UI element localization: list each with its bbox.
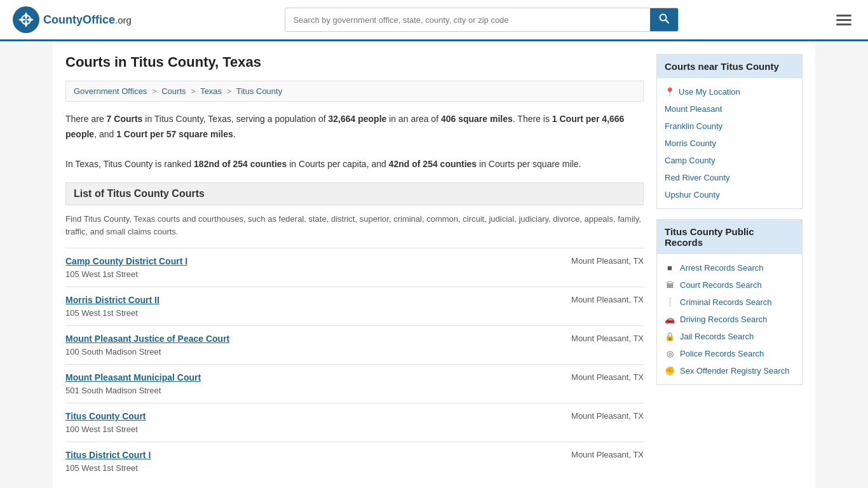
sidebar: Courts near Titus County 📍 Use My Locati… — [656, 54, 803, 480]
court-address: 100 South Madison Street — [65, 347, 161, 356]
nearby-courts-body: 📍 Use My Location Mount Pleasant Frankli… — [657, 78, 802, 208]
breadcrumb-sep-2: > — [191, 86, 196, 96]
search-button[interactable] — [650, 8, 678, 31]
page-container: Courts in Titus County, Texas Government… — [53, 41, 815, 488]
logo-icon — [13, 6, 39, 33]
table-row: Titus District Court I 105 West 1st Stre… — [65, 442, 644, 480]
court-address: 105 West 1st Street — [65, 463, 138, 473]
court-location: Mount Pleasant, TX — [571, 450, 644, 459]
breadcrumb-sep-1: > — [152, 86, 157, 96]
table-row: Mount Pleasant Justice of Peace Court 10… — [65, 325, 644, 364]
sidebar-link-franklin-county[interactable]: Franklin County — [657, 118, 802, 135]
nearby-courts-section: Courts near Titus County 📍 Use My Locati… — [656, 54, 803, 209]
svg-line-3 — [666, 20, 669, 24]
menu-bar-3 — [836, 24, 851, 25]
court-details: Titus County Court 100 West 1st Street — [65, 411, 146, 434]
location-pin-icon: 📍 — [665, 87, 675, 97]
public-records-header: Titus County Public Records — [657, 220, 802, 254]
table-row: Titus County Court 100 West 1st Street M… — [65, 403, 644, 442]
court-details: Mount Pleasant Justice of Peace Court 10… — [65, 334, 229, 356]
driving-records-label: Driving Records Search — [680, 315, 767, 324]
menu-bar-1 — [836, 15, 851, 17]
court-address: 100 West 1st Street — [65, 424, 138, 434]
court-name-link[interactable]: Mount Pleasant Justice of Peace Court — [65, 334, 229, 344]
logo-text: CountyOffice.org — [43, 13, 132, 27]
main-content: Courts in Titus County, Texas Government… — [65, 54, 644, 480]
sex-offender-icon: ✊ — [665, 366, 675, 376]
use-location-label: Use My Location — [679, 87, 740, 97]
nearby-courts-header: Courts near Titus County — [657, 55, 802, 78]
list-heading: List of Titus County Courts — [65, 182, 644, 205]
sidebar-link-morris-county[interactable]: Morris County — [657, 135, 802, 152]
breadcrumb-link-county[interactable]: Titus County — [236, 86, 283, 96]
driving-records-link[interactable]: 🚗 Driving Records Search — [657, 311, 802, 328]
driving-icon: 🚗 — [665, 315, 675, 324]
court-location: Mount Pleasant, TX — [571, 295, 644, 304]
court-details: Mount Pleasant Municipal Court 501 South… — [65, 372, 201, 395]
arrest-records-label: Arrest Records Search — [680, 263, 764, 273]
logo-org: .org — [115, 15, 132, 25]
criminal-records-link[interactable]: ❕ Criminal Records Search — [657, 294, 802, 311]
court-address: 105 West 1st Street — [65, 308, 138, 318]
court-name-link[interactable]: Titus County Court — [65, 411, 146, 421]
public-records-section: Titus County Public Records ■ Arrest Rec… — [656, 219, 803, 385]
menu-bar-2 — [836, 19, 851, 21]
court-name-link[interactable]: Titus District Court I — [65, 450, 151, 460]
sidebar-link-camp-county[interactable]: Camp County — [657, 152, 802, 169]
jail-records-label: Jail Records Search — [680, 332, 754, 341]
police-records-link[interactable]: ◎ Police Records Search — [657, 345, 802, 362]
arrest-icon: ■ — [665, 263, 675, 273]
court-records-link[interactable]: 🏛 Court Records Search — [657, 276, 802, 294]
breadcrumb: Government Offices > Courts > Texas > Ti… — [65, 81, 644, 102]
search-area — [285, 8, 679, 32]
criminal-icon: ❕ — [665, 297, 675, 307]
breadcrumb-link-courts[interactable]: Courts — [161, 86, 186, 96]
court-address: 501 South Madison Street — [65, 386, 161, 395]
jail-icon: 🔒 — [665, 332, 675, 341]
court-details: Titus District Court I 105 West 1st Stre… — [65, 450, 151, 473]
page-title: Courts in Titus County, Texas — [65, 54, 644, 71]
court-list: Camp County District Court I 105 West 1s… — [65, 248, 644, 480]
court-name-link[interactable]: Morris District Court II — [65, 295, 159, 305]
police-records-label: Police Records Search — [680, 349, 764, 358]
court-location: Mount Pleasant, TX — [571, 334, 644, 343]
court-records-label: Court Records Search — [680, 280, 762, 290]
sidebar-link-upshur-county[interactable]: Upshur County — [657, 186, 802, 203]
court-address: 105 West 1st Street — [65, 269, 138, 279]
sex-offender-label: Sex Offender Registry Search — [680, 366, 789, 376]
stats-block: There are 7 Courts in Titus County, Texa… — [65, 112, 644, 172]
hamburger-menu-button[interactable] — [832, 11, 855, 29]
court-name-link[interactable]: Camp County District Court I — [65, 256, 187, 266]
arrest-records-link[interactable]: ■ Arrest Records Search — [657, 259, 802, 276]
court-name-link[interactable]: Mount Pleasant Municipal Court — [65, 372, 201, 383]
court-details: Camp County District Court I 105 West 1s… — [65, 256, 187, 279]
sidebar-link-red-river-county[interactable]: Red River County — [657, 169, 802, 186]
table-row: Morris District Court II 105 West 1st St… — [65, 287, 644, 325]
logo-brand: CountyOffice — [43, 13, 115, 26]
use-my-location-link[interactable]: 📍 Use My Location — [657, 83, 802, 100]
court-icon: 🏛 — [665, 280, 675, 290]
list-description: Find Titus County, Texas courts and cour… — [65, 213, 644, 238]
sidebar-link-mount-pleasant[interactable]: Mount Pleasant — [657, 100, 802, 118]
sex-offender-link[interactable]: ✊ Sex Offender Registry Search — [657, 362, 802, 379]
breadcrumb-sep-3: > — [227, 86, 232, 96]
table-row: Mount Pleasant Municipal Court 501 South… — [65, 364, 644, 403]
court-details: Morris District Court II 105 West 1st St… — [65, 295, 159, 318]
public-records-body: ■ Arrest Records Search 🏛 Court Records … — [657, 254, 802, 384]
court-location: Mount Pleasant, TX — [571, 411, 644, 421]
site-header: CountyOffice.org — [0, 0, 868, 41]
logo-area: CountyOffice.org — [13, 6, 132, 33]
breadcrumb-link-offices[interactable]: Government Offices — [74, 86, 147, 96]
court-location: Mount Pleasant, TX — [571, 256, 644, 266]
search-input[interactable] — [285, 10, 650, 30]
jail-records-link[interactable]: 🔒 Jail Records Search — [657, 328, 802, 345]
court-location: Mount Pleasant, TX — [571, 372, 644, 382]
table-row: Camp County District Court I 105 West 1s… — [65, 248, 644, 287]
criminal-records-label: Criminal Records Search — [680, 297, 772, 307]
breadcrumb-link-texas[interactable]: Texas — [200, 86, 222, 96]
police-icon: ◎ — [665, 349, 675, 358]
